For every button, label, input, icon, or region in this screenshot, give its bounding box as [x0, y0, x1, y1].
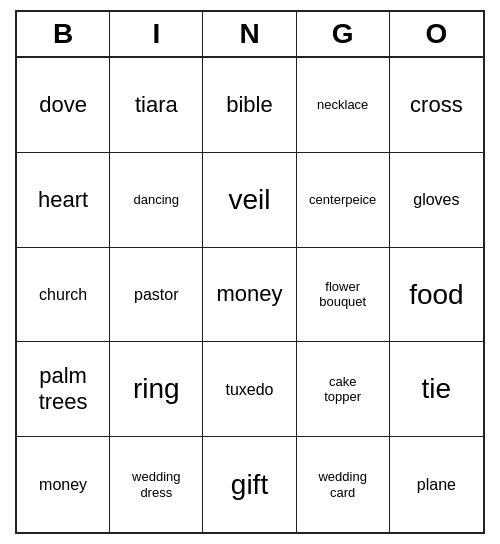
table-row: tuxedo [203, 342, 296, 437]
cell-text: money [216, 281, 282, 307]
table-row: tie [390, 342, 483, 437]
cell-text: tie [422, 372, 452, 406]
cell-text: church [39, 285, 87, 304]
table-row: church [17, 248, 110, 343]
cell-text: dancing [134, 192, 180, 208]
table-row: veil [203, 153, 296, 248]
cell-text: money [39, 475, 87, 494]
table-row: weddingdress [110, 437, 203, 532]
cell-text: bible [226, 92, 272, 118]
cell-text: necklace [317, 97, 368, 113]
cell-text: gloves [413, 190, 459, 209]
cell-text: ring [133, 372, 180, 406]
table-row: dove [17, 58, 110, 153]
cell-text: tiara [135, 92, 178, 118]
table-row: centerpeice [297, 153, 390, 248]
table-row: pastor [110, 248, 203, 343]
cell-text: cross [410, 92, 463, 118]
table-row: flowerbouquet [297, 248, 390, 343]
cell-text: food [409, 278, 464, 312]
cell-text: tuxedo [225, 380, 273, 399]
cell-text: heart [38, 187, 88, 213]
table-row: gift [203, 437, 296, 532]
header-letter: B [17, 12, 110, 56]
header-letter: N [203, 12, 296, 56]
table-row: cross [390, 58, 483, 153]
table-row: necklace [297, 58, 390, 153]
cell-text: veil [228, 183, 270, 217]
table-row: gloves [390, 153, 483, 248]
table-row: plane [390, 437, 483, 532]
cell-text: weddingcard [318, 469, 366, 500]
table-row: bible [203, 58, 296, 153]
header-letter: G [297, 12, 390, 56]
cell-text: gift [231, 468, 268, 502]
header-letter: I [110, 12, 203, 56]
cell-text: flowerbouquet [319, 279, 366, 310]
cell-text: dove [39, 92, 87, 118]
table-row: weddingcard [297, 437, 390, 532]
cell-text: pastor [134, 285, 178, 304]
table-row: food [390, 248, 483, 343]
table-row: palmtrees [17, 342, 110, 437]
table-row: money [17, 437, 110, 532]
bingo-card: BINGO dovetiarabiblenecklacecrossheartda… [15, 10, 485, 534]
table-row: caketopper [297, 342, 390, 437]
table-row: dancing [110, 153, 203, 248]
cell-text: palmtrees [39, 363, 88, 416]
table-row: ring [110, 342, 203, 437]
table-row: tiara [110, 58, 203, 153]
header-letter: O [390, 12, 483, 56]
cell-text: centerpeice [309, 192, 376, 208]
bingo-header: BINGO [17, 12, 483, 58]
table-row: heart [17, 153, 110, 248]
cell-text: caketopper [324, 374, 361, 405]
bingo-grid: dovetiarabiblenecklacecrossheartdancingv… [17, 58, 483, 532]
cell-text: weddingdress [132, 469, 180, 500]
cell-text: plane [417, 475, 456, 494]
table-row: money [203, 248, 296, 343]
